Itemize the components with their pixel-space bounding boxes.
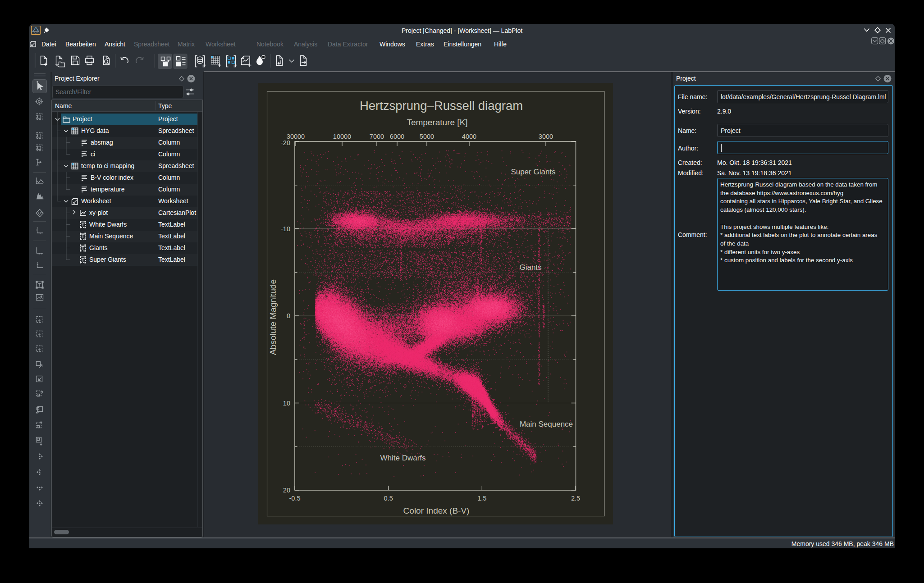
svg-text:2.5: 2.5 <box>571 495 580 502</box>
svg-text:4000: 4000 <box>462 133 476 140</box>
svg-text:5000: 5000 <box>420 133 434 140</box>
svg-text:Hertzsprung–Russell diagram: Hertzsprung–Russell diagram <box>360 99 523 113</box>
svg-text:20: 20 <box>283 487 290 494</box>
svg-text:3000: 3000 <box>539 133 553 140</box>
svg-text:1.5: 1.5 <box>477 495 486 502</box>
svg-text:10: 10 <box>283 400 290 407</box>
svg-text:Temperature [K]: Temperature [K] <box>407 118 467 127</box>
svg-text:6000: 6000 <box>390 133 404 140</box>
svg-text:Color Index (B-V): Color Index (B-V) <box>403 506 470 515</box>
svg-text:0.5: 0.5 <box>384 495 393 502</box>
svg-text:-20: -20 <box>281 139 290 146</box>
svg-text:0: 0 <box>287 312 290 319</box>
svg-text:10000: 10000 <box>333 133 351 140</box>
svg-text:Absolute Magnitude: Absolute Magnitude <box>268 279 278 355</box>
svg-text:-0.5: -0.5 <box>289 495 301 502</box>
svg-text:7000: 7000 <box>370 133 384 140</box>
svg-text:-10: -10 <box>281 225 290 232</box>
